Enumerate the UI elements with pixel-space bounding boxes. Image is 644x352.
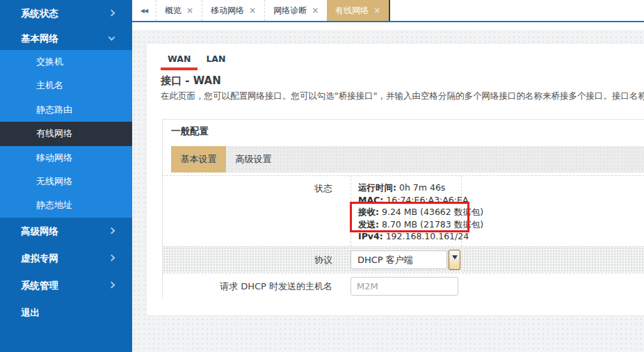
tab-label: WAN bbox=[168, 54, 191, 64]
tab-wired-network-active[interactable]: 有线网络 × bbox=[327, 0, 390, 21]
status-value-cell: 运行时间: 0h 7m 46s MAC: 16:74:E6:A3:A6:EA 接… bbox=[351, 176, 462, 246]
close-icon[interactable]: × bbox=[312, 6, 319, 15]
sidebar-item-label: 无线网络 bbox=[36, 176, 72, 186]
router-admin-window: 系统状态 基本网络 交换机 主机名 静态路由 有线网络 移动网络 无线网络 静态… bbox=[0, 0, 644, 352]
sidebar-item-system-management[interactable]: 系统管理 bbox=[0, 272, 132, 299]
tab-advanced-settings[interactable]: 高级设置 bbox=[226, 146, 281, 173]
sidebar-item-label: 虚拟专网 bbox=[21, 253, 58, 264]
close-icon[interactable]: × bbox=[186, 6, 193, 15]
sidebar-item-switch[interactable]: 交换机 bbox=[0, 50, 132, 74]
status-value: 9.24 MB (43662 数据包) bbox=[382, 207, 483, 217]
tab-lan[interactable]: LAN bbox=[199, 48, 232, 70]
tab-basic-settings[interactable]: 基本设置 bbox=[171, 146, 226, 173]
sidebar-item-wireless-network[interactable]: 无线网络 bbox=[0, 170, 132, 193]
tab-label: 高级设置 bbox=[236, 154, 272, 164]
sidebar-item-label: 静态地址 bbox=[36, 200, 72, 210]
sidebar-item-advanced-network[interactable]: 高级网络 bbox=[0, 218, 132, 245]
tab-label: 基本设置 bbox=[181, 154, 217, 164]
tab-label: LAN bbox=[206, 54, 225, 64]
status-key: 接收: bbox=[358, 207, 379, 217]
status-key: 发送: bbox=[358, 219, 379, 230]
chevron-right-icon bbox=[108, 227, 115, 234]
status-value: 192.168.10.161/24 bbox=[386, 231, 469, 241]
status-row: 状态 运行时间: 0h 7m 46s MAC: 16:74:E6:A3:A6:E… bbox=[163, 175, 644, 246]
status-key: IPv4: bbox=[358, 231, 383, 241]
status-key: 运行时间: bbox=[358, 182, 396, 193]
page-description: 在此页面，您可以配置网络接口。您可以勾选"桥接接口"，并输入由空格分隔的多个网络… bbox=[161, 90, 644, 102]
tab-label: 概览 bbox=[165, 5, 182, 17]
hostname-label: 请求 DHCP 时发送的主机名 bbox=[163, 273, 332, 300]
protocol-select[interactable]: DHCP 客户端 bbox=[351, 250, 460, 270]
status-tx: 发送: 8.70 MB (21783 数据包) bbox=[358, 218, 454, 231]
hostname-row: 请求 DHCP 时发送的主机名 bbox=[163, 273, 644, 299]
close-icon[interactable]: × bbox=[373, 6, 380, 15]
sidebar-item-label: 静态路由 bbox=[36, 104, 72, 115]
status-ipv4: IPv4: 192.168.10.161/24 bbox=[358, 230, 454, 243]
dropdown-arrow-icon[interactable] bbox=[449, 250, 460, 270]
page-title: 接口 - WAN bbox=[161, 74, 221, 88]
chevron-right-icon bbox=[108, 255, 115, 262]
status-rx: 接收: 9.24 MB (43662 数据包) bbox=[358, 206, 454, 218]
chevron-right-icon bbox=[108, 10, 115, 17]
main-area: ◀◀ 概览 × 移动网络 × 网络诊断 × 有线网络 × bbox=[132, 0, 644, 352]
sidebar-item-label: 交换机 bbox=[36, 56, 63, 67]
sidebar-item-label: 系统管理 bbox=[21, 280, 58, 291]
status-uptime: 运行时间: 0h 7m 46s bbox=[358, 182, 454, 194]
close-icon[interactable]: × bbox=[249, 6, 256, 15]
status-value: 0h 7m 46s bbox=[399, 182, 445, 193]
chevron-down-icon bbox=[108, 34, 115, 41]
sidebar-item-basic-network[interactable]: 基本网络 bbox=[0, 26, 132, 50]
general-config-section: 一般配置 基本设置 高级设置 状态 bbox=[162, 119, 644, 298]
protocol-label: 协议 bbox=[163, 247, 332, 273]
open-tabs-bar: ◀◀ 概览 × 移动网络 × 网络诊断 × 有线网络 × bbox=[132, 0, 644, 22]
sidebar-item-vpn[interactable]: 虚拟专网 bbox=[0, 245, 132, 272]
sidebar-item-system-status[interactable]: 系统状态 bbox=[0, 0, 132, 26]
sidebar-item-label: 退出 bbox=[21, 307, 40, 318]
tab-wan[interactable]: WAN bbox=[161, 48, 198, 70]
status-value: 8.70 MB (21783 数据包) bbox=[382, 219, 483, 230]
status-key: MAC: bbox=[358, 195, 383, 205]
sidebar-item-mobile-network[interactable]: 移动网络 bbox=[0, 146, 132, 170]
tab-mobile-network[interactable]: 移动网络 × bbox=[202, 0, 264, 21]
sidebar-item-label: 有线网络 bbox=[36, 128, 72, 138]
page-background: WAN LAN 接口 - WAN 在此页面，您可以配置网络接口。您可以勾选"桥接… bbox=[132, 30, 644, 352]
collapse-tabs-icon[interactable]: ◀◀ bbox=[132, 0, 156, 21]
tab-label: 网络诊断 bbox=[273, 5, 307, 17]
sidebar-nav: 系统状态 基本网络 交换机 主机名 静态路由 有线网络 移动网络 无线网络 静态… bbox=[0, 0, 132, 352]
status-mac: MAC: 16:74:E6:A3:A6:EA bbox=[358, 194, 454, 207]
sidebar-item-static-routes[interactable]: 静态路由 bbox=[0, 98, 132, 122]
protocol-select-value[interactable]: DHCP 客户端 bbox=[351, 250, 447, 269]
sidebar-item-label: 基本网络 bbox=[21, 33, 58, 44]
sidebar-item-label: 高级网络 bbox=[21, 225, 58, 237]
tab-network-diagnostics[interactable]: 网络诊断 × bbox=[264, 0, 327, 21]
interface-tabs: WAN LAN bbox=[161, 48, 234, 70]
content-card: WAN LAN 接口 - WAN 在此页面，您可以配置网络接口。您可以勾选"桥接… bbox=[146, 43, 644, 316]
status-label: 状态 bbox=[163, 182, 332, 195]
sidebar-item-logout[interactable]: 退出 bbox=[0, 299, 132, 326]
tab-label: 移动网络 bbox=[211, 5, 244, 17]
sidebar-item-static-address[interactable]: 静态地址 bbox=[0, 193, 132, 217]
hostname-input[interactable] bbox=[351, 277, 458, 296]
section-legend: 一般配置 bbox=[171, 125, 209, 138]
sidebar-item-label: 系统状态 bbox=[21, 8, 58, 19]
sidebar-item-wired-network[interactable]: 有线网络 bbox=[0, 122, 132, 145]
config-tabstrip: 基本设置 高级设置 bbox=[171, 146, 644, 173]
sidebar-item-hostname[interactable]: 主机名 bbox=[0, 74, 132, 97]
tab-overview[interactable]: 概览 × bbox=[156, 0, 202, 21]
tab-label: 有线网络 bbox=[335, 5, 369, 17]
protocol-row: 协议 DHCP 客户端 bbox=[163, 246, 644, 273]
sidebar-item-label: 主机名 bbox=[36, 80, 63, 90]
chevron-right-icon bbox=[108, 282, 115, 289]
status-value: 16:74:E6:A3:A6:EA bbox=[386, 195, 468, 205]
sidebar-item-label: 移动网络 bbox=[36, 152, 72, 163]
